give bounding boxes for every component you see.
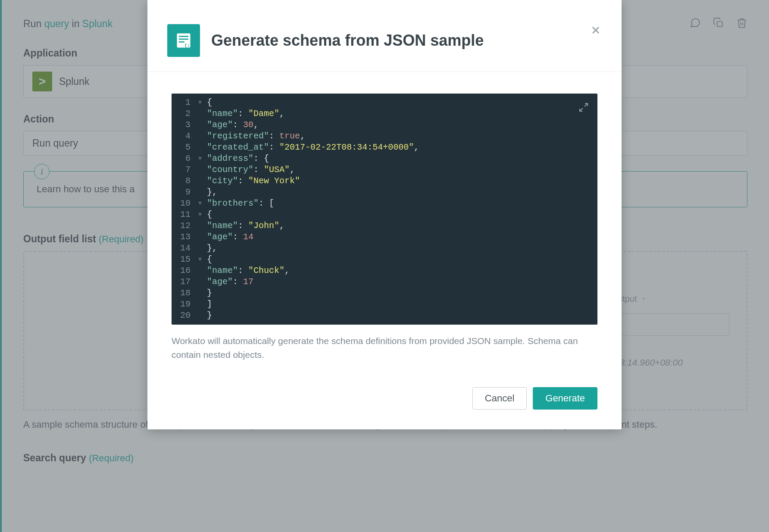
svg-text:{:}: {:} [184,43,192,48]
modal-title: Generate schema from JSON sample [211,31,484,50]
generate-schema-modal: {:} Generate schema from JSON sample 123… [147,0,622,429]
svg-rect-3 [179,38,188,40]
svg-line-9 [580,108,583,111]
svg-line-8 [585,103,588,106]
modal-overlay[interactable]: {:} Generate schema from JSON sample 123… [0,0,769,532]
modal-body: 1234567891011121314151617181920 ▾ ▾ ▾▾ ▾… [147,72,622,374]
fold-gutter[interactable]: ▾ ▾ ▾▾ ▾ [197,97,207,321]
close-icon[interactable] [590,24,602,38]
modal-header: {:} Generate schema from JSON sample [147,0,622,72]
cancel-button[interactable]: Cancel [472,387,527,410]
json-code-editor[interactable]: 1234567891011121314151617181920 ▾ ▾ ▾▾ ▾… [172,94,597,325]
expand-icon[interactable] [578,102,589,116]
generate-button[interactable]: Generate [533,387,597,410]
schema-app-icon: {:} [167,24,200,57]
svg-rect-2 [179,36,188,37]
modal-footer: Cancel Generate [147,374,622,429]
code-content[interactable]: { "name": "Dame", "age": 30, "registered… [207,97,445,321]
modal-description: Workato will automatically generate the … [172,334,597,361]
line-number-gutter: 1234567891011121314151617181920 [172,97,197,321]
svg-rect-4 [179,41,184,43]
